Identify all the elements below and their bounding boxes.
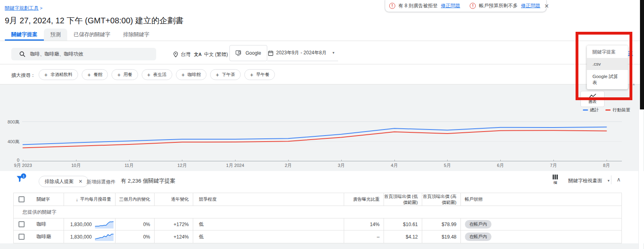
- search-trend-sparkline: [95, 233, 114, 241]
- header-competition[interactable]: 競爭程度: [193, 193, 344, 206]
- competition-cell: 低: [193, 230, 344, 243]
- menu-item-google-sheets[interactable]: Google 試算表: [587, 70, 628, 89]
- x-axis-tick: [447, 160, 448, 161]
- header-top-bid-low[interactable]: 首頁頂端出價 (低價範圍): [384, 193, 422, 206]
- legend-label: 總計: [590, 107, 599, 113]
- alert-icon: !: [389, 3, 395, 9]
- broaden-search-chips: +非酒精飲料 +餐館 +用餐 +夜生活 +咖啡館 +下午茶 +早午餐: [39, 69, 275, 80]
- x-axis-label: 4月: [391, 163, 398, 169]
- section-provided-keywords: 您提供的關鍵字: [14, 206, 621, 218]
- account-status-cell: 在帳戶內: [460, 230, 621, 243]
- columns-button[interactable]: 欄: [552, 174, 558, 185]
- network-value: Google: [246, 50, 261, 56]
- plus-icon: +: [117, 72, 120, 78]
- status-badge: 在帳戶內: [465, 220, 491, 228]
- legend-swatch-mobile: [605, 109, 611, 111]
- chart-toggle-button[interactable]: 圖表: [580, 91, 605, 107]
- x-axis-label: 5月: [444, 163, 451, 169]
- chip-label: 用餐: [124, 72, 132, 78]
- header-top-bid-high[interactable]: 首頁頂端出價 (高價範圍): [422, 193, 460, 206]
- table-row: 咖啡 1,830,000 0% +172% 低 14% $10.61 $78.9…: [14, 218, 621, 230]
- language-selector[interactable]: 文A 中文 (繁體): [194, 49, 228, 60]
- keywords-search-input[interactable]: 咖啡、咖啡廳、咖啡功效: [11, 48, 156, 60]
- competition-cell: 低: [193, 218, 344, 230]
- toolbar-divider: [611, 175, 611, 184]
- keywords-value: 咖啡、咖啡廳、咖啡功效: [30, 51, 83, 58]
- header-account-status[interactable]: 帳戶狀態: [460, 193, 621, 206]
- search-network-icon: [235, 50, 242, 56]
- chip-label: 下午茶: [222, 72, 235, 78]
- chip-coffee-shop[interactable]: +咖啡館: [176, 69, 206, 80]
- plus-icon: +: [87, 72, 91, 78]
- active-filter-chip[interactable]: 排除成人提案 ✕: [39, 176, 89, 187]
- y-axis-label-400: 400萬: [3, 139, 19, 145]
- header-label: 平均每月搜尋量: [80, 196, 111, 202]
- x-axis-tick: [76, 160, 76, 161]
- chip-afternoon-tea[interactable]: +下午茶: [210, 69, 241, 80]
- x-axis-tick: [23, 160, 23, 161]
- top-bid-high-cell: $19.48: [422, 230, 460, 243]
- breadcrumb-link[interactable]: 關鍵字規劃工具: [5, 5, 39, 11]
- header-ad-impression-share[interactable]: 廣告曝光比重: [344, 193, 384, 206]
- x-axis-label: 11月: [124, 163, 133, 169]
- chip-nightlife[interactable]: +夜生活: [142, 69, 172, 80]
- header-label: 關鍵字: [37, 196, 50, 202]
- close-notifications-icon[interactable]: ✕: [544, 3, 549, 9]
- translate-icon: 文A: [194, 51, 202, 58]
- header-keyword[interactable]: 關鍵字: [14, 193, 64, 206]
- row-checkbox[interactable]: [19, 221, 25, 227]
- top-bid-low-cell: $10.61: [384, 218, 422, 230]
- collapse-panel-button[interactable]: ∧: [617, 176, 621, 183]
- chip-dining[interactable]: +用餐: [111, 69, 138, 80]
- tabs-divider: [0, 41, 644, 41]
- scrollbar-track[interactable]: [638, 109, 643, 249]
- language-value: 中文 (繁體): [204, 51, 228, 58]
- keyword-cell: 咖啡廳: [14, 230, 64, 243]
- tab-saved-keywords[interactable]: 已儲存的關鍵字: [67, 29, 117, 41]
- chip-brunch[interactable]: +早午餐: [244, 69, 275, 80]
- keyword-text: 咖啡: [37, 221, 46, 228]
- select-all-checkbox[interactable]: [19, 196, 25, 202]
- notification-message: 有 8 則廣告被拒登: [398, 2, 438, 9]
- network-selector[interactable]: Google: [229, 45, 267, 61]
- fix-issues-link[interactable]: 修正問題: [521, 2, 540, 9]
- view-selector[interactable]: 關鍵字檢視畫面 ▼: [568, 177, 610, 184]
- page-title: 9月 27, 2024, 12 下午 (GMT+08:00) 建立的企劃書: [5, 15, 184, 26]
- location-value: 台灣: [181, 51, 190, 58]
- chip-label: 咖啡館: [188, 72, 201, 78]
- chip-restaurant[interactable]: +餐館: [82, 69, 108, 80]
- date-range-selector[interactable]: 2023年9月 - 2024年8月 ▼: [267, 45, 338, 61]
- table-header-row: 關鍵字 ↓ 平均每月搜尋量 三個月內的變化 逐年變化 競爭程度 廣告曝光比重 首…: [14, 193, 621, 206]
- search-icon: [19, 51, 25, 57]
- tab-forecast[interactable]: 預測: [44, 29, 67, 41]
- chart-line-行動裝置: [23, 130, 607, 148]
- download-link-fragment[interactable]: 案: [628, 50, 633, 57]
- three-month-change-cell: 0%: [115, 230, 154, 243]
- x-axis-tick: [394, 160, 395, 161]
- x-axis-tick: [500, 160, 501, 161]
- tab-keyword-ideas[interactable]: 關鍵字提案: [5, 29, 44, 41]
- scrollbar-up-arrow[interactable]: ▲: [632, 82, 636, 86]
- remove-filter-icon[interactable]: ✕: [78, 179, 83, 184]
- tab-negative-keywords[interactable]: 排除關鍵字: [117, 29, 156, 41]
- fix-issues-link[interactable]: 修正問題: [441, 2, 460, 9]
- header-three-month-change[interactable]: 三個月內的變化: [115, 193, 154, 206]
- chip-non-alcoholic-drinks[interactable]: +非酒精飲料: [39, 69, 78, 80]
- header-label: 廣告曝光比重: [353, 196, 380, 202]
- header-yoy-change[interactable]: 逐年變化: [154, 193, 193, 206]
- header-avg-monthly-searches[interactable]: ↓ 平均每月搜尋量: [64, 193, 115, 206]
- impression-share-cell: 14%: [344, 218, 384, 230]
- breadcrumb[interactable]: 關鍵字規劃工具>: [5, 4, 42, 12]
- filter-funnel-button[interactable]: 1: [16, 175, 25, 185]
- trend-line-chart: [22, 117, 622, 162]
- menu-item-csv[interactable]: .csv: [587, 58, 628, 70]
- x-axis-tick: [288, 160, 289, 161]
- location-selector[interactable]: 台灣: [173, 49, 190, 60]
- columns-label: 欄: [553, 180, 557, 185]
- plus-icon: +: [147, 72, 151, 78]
- row-checkbox[interactable]: [19, 234, 25, 240]
- keyword-ideas-table: 關鍵字 ↓ 平均每月搜尋量 三個月內的變化 逐年變化 競爭程度 廣告曝光比重 首…: [13, 193, 622, 243]
- x-axis-tick: [553, 160, 554, 161]
- add-filter-button[interactable]: 新增篩選條件: [87, 179, 116, 185]
- account-status-cell: 在帳戶內: [460, 218, 621, 230]
